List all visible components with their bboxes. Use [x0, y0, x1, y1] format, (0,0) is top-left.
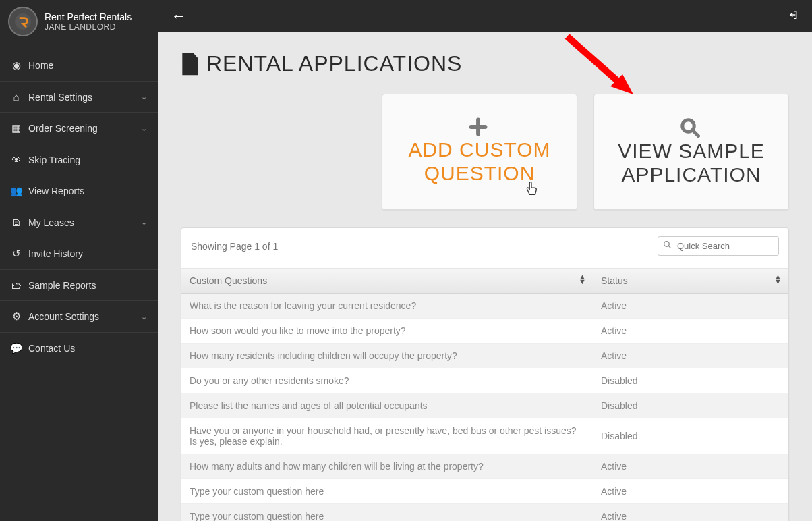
logout-icon[interactable]	[788, 9, 799, 23]
cell-status: Active	[593, 344, 788, 368]
sidebar-item-skip-tracing[interactable]: 👁Skip Tracing	[0, 144, 158, 175]
sidebar-item-label: Skip Tracing	[28, 155, 80, 165]
cell-question: What is the reason for leaving your curr…	[181, 294, 593, 319]
cell-status: Active	[593, 504, 788, 522]
user-name: JANE LANDLORD	[45, 22, 132, 32]
sidebar-item-label: Order Screening	[28, 123, 98, 134]
svg-line-1	[567, 36, 625, 88]
table-row[interactable]: How many adults and how many children wi…	[181, 454, 788, 479]
nav-icon: ⚙	[11, 310, 22, 323]
sidebar-item-order-screening[interactable]: ▦Order Screening⌄	[0, 113, 158, 144]
document-icon	[181, 53, 200, 76]
page-title-text: RENTAL APPLICATIONS	[206, 51, 462, 76]
cell-status: Active	[593, 319, 788, 344]
app-name: Rent Perfect Rentals	[45, 11, 132, 23]
svg-line-4	[693, 130, 699, 136]
chevron-down-icon: ⌄	[141, 92, 147, 101]
table-row[interactable]: Do you or any other residents smoke?Disa…	[181, 368, 788, 393]
quick-search-input[interactable]	[658, 236, 779, 256]
cell-question: How many adults and how many children wi…	[181, 454, 593, 479]
sort-icon: ▲▼	[774, 275, 782, 284]
add-custom-question-card[interactable]: ADD CUSTOM QUESTION	[382, 94, 577, 210]
plus-icon	[469, 117, 488, 138]
table-row[interactable]: How many residents including children wi…	[181, 344, 788, 368]
app-logo	[8, 7, 38, 36]
sidebar-item-rental-settings[interactable]: ⌂Rental Settings⌄	[0, 82, 158, 112]
nav-icon: ◉	[11, 59, 22, 72]
pointer-cursor-icon	[524, 181, 539, 202]
nav-icon: 💬	[11, 342, 22, 354]
table-row[interactable]: Type your custom question hereActive	[181, 479, 788, 504]
nav-icon: 👁	[11, 154, 22, 165]
sidebar-item-label: Rental Settings	[28, 92, 92, 103]
sidebar-item-label: Sample Reports	[28, 280, 96, 291]
sidebar-item-label: Home	[28, 60, 53, 71]
chevron-down-icon: ⌄	[141, 218, 147, 227]
cell-question: Do you or any other residents smoke?	[181, 368, 593, 393]
sidebar-item-label: View Reports	[28, 186, 84, 196]
pager-text: Showing Page 1 of 1	[191, 241, 278, 252]
questions-table-card: Showing Page 1 of 1 Custom Questions	[181, 227, 789, 521]
cell-question: Please list the names and ages of all po…	[181, 393, 593, 418]
sidebar-item-sample-reports[interactable]: 🗁Sample Reports	[0, 270, 158, 300]
sidebar-header: Rent Perfect Rentals JANE LANDLORD	[0, 0, 158, 43]
view-sample-application-card[interactable]: VIEW SAMPLE APPLICATION	[593, 94, 789, 210]
search-icon	[680, 117, 700, 140]
add-custom-question-label: ADD CUSTOM QUESTION	[396, 138, 563, 185]
column-header-question[interactable]: Custom Questions ▲▼	[181, 269, 593, 294]
topbar: ←	[158, 0, 812, 32]
back-button[interactable]: ←	[171, 7, 186, 25]
sidebar-item-home[interactable]: ◉Home	[0, 50, 158, 81]
arrow-annotation	[563, 32, 644, 107]
column-header-status[interactable]: Status ▲▼	[593, 269, 788, 294]
sidebar-item-view-reports[interactable]: 👥View Reports	[0, 175, 158, 207]
search-icon	[663, 240, 672, 251]
table-row[interactable]: How soon would you like to move into the…	[181, 319, 788, 344]
chevron-down-icon: ⌄	[141, 312, 147, 321]
cell-question: Type your custom question here	[181, 479, 593, 504]
cell-question: How soon would you like to move into the…	[181, 319, 593, 344]
table-row[interactable]: What is the reason for leaving your curr…	[181, 294, 788, 319]
svg-point-0	[15, 13, 31, 30]
cell-status: Active	[593, 454, 788, 479]
cell-question: How many residents including children wi…	[181, 344, 593, 368]
cell-status: Disabled	[593, 418, 788, 454]
cell-question: Type your custom question here	[181, 504, 593, 522]
cell-status: Active	[593, 294, 788, 319]
nav-icon: 🗁	[11, 279, 22, 291]
table-row[interactable]: Please list the names and ages of all po…	[181, 393, 788, 418]
nav-icon: ⌂	[11, 91, 22, 103]
nav-icon: ▦	[11, 122, 22, 134]
page-title: RENTAL APPLICATIONS	[181, 51, 789, 76]
sidebar-item-contact-us[interactable]: 💬Contact Us	[0, 333, 158, 364]
table-row[interactable]: Type your custom question hereActive	[181, 504, 788, 522]
sidebar-item-my-leases[interactable]: 🗎My Leases⌄	[0, 207, 158, 238]
cell-question: Have you or anyone in your household had…	[181, 418, 593, 454]
table-row[interactable]: Have you or anyone in your household had…	[181, 418, 788, 454]
cell-status: Disabled	[593, 368, 788, 393]
sidebar-nav: ◉Home⌂Rental Settings⌄▦Order Screening⌄👁…	[0, 50, 158, 364]
nav-icon: 👥	[11, 185, 22, 197]
cell-status: Disabled	[593, 393, 788, 418]
svg-line-6	[668, 246, 670, 248]
sidebar-item-account-settings[interactable]: ⚙Account Settings⌄	[0, 301, 158, 332]
sidebar: Rent Perfect Rentals JANE LANDLORD ◉Home…	[0, 0, 158, 521]
sidebar-item-label: Account Settings	[28, 311, 99, 322]
sort-icon: ▲▼	[579, 275, 586, 284]
sidebar-item-invite-history[interactable]: ↺Invite History	[0, 238, 158, 269]
chevron-down-icon: ⌄	[141, 124, 147, 133]
nav-icon: ↺	[11, 248, 22, 260]
sidebar-item-label: Contact Us	[28, 343, 75, 354]
sidebar-item-label: My Leases	[28, 217, 74, 228]
view-sample-application-label: VIEW SAMPLE APPLICATION	[608, 140, 775, 186]
sidebar-item-label: Invite History	[28, 248, 83, 259]
nav-icon: 🗎	[11, 217, 22, 228]
cell-status: Active	[593, 479, 788, 504]
svg-point-5	[664, 242, 670, 247]
